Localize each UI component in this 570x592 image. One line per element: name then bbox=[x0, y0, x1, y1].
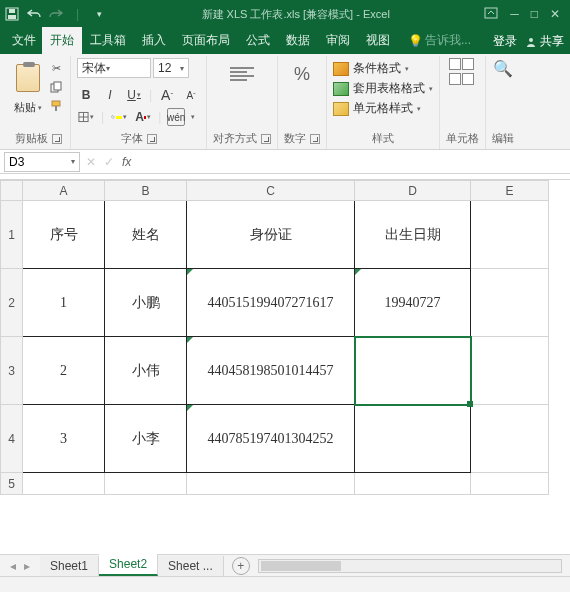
cell-D4[interactable] bbox=[355, 405, 471, 473]
cells-label[interactable]: 单元格 bbox=[446, 131, 479, 146]
enter-formula-icon[interactable]: ✓ bbox=[104, 155, 114, 169]
cell-B4[interactable]: 小李 bbox=[105, 405, 187, 473]
cell-E3[interactable] bbox=[471, 337, 549, 405]
undo-icon[interactable] bbox=[26, 6, 42, 22]
tab-review[interactable]: 审阅 bbox=[318, 27, 358, 54]
tab-data[interactable]: 数据 bbox=[278, 27, 318, 54]
share-button[interactable]: 共享 bbox=[525, 33, 564, 50]
cancel-formula-icon[interactable]: ✕ bbox=[86, 155, 96, 169]
col-header-C[interactable]: C bbox=[187, 181, 355, 201]
cell-A3[interactable]: 2 bbox=[23, 337, 105, 405]
cell-D3[interactable] bbox=[355, 337, 471, 405]
row-header-5[interactable]: 5 bbox=[1, 473, 23, 495]
select-all-corner[interactable] bbox=[1, 181, 23, 201]
tab-page-layout[interactable]: 页面布局 bbox=[174, 27, 238, 54]
cell-C4[interactable]: 440785197401304252 bbox=[187, 405, 355, 473]
sheet-prev-icon[interactable]: ◂ bbox=[10, 559, 16, 573]
paste-button[interactable] bbox=[12, 58, 44, 98]
font-size-combo[interactable]: 12▾ bbox=[153, 58, 189, 78]
shrink-font-button[interactable]: Aˇ bbox=[182, 86, 200, 104]
name-box[interactable]: D3▾ bbox=[4, 152, 80, 172]
minimize-icon[interactable]: ─ bbox=[510, 7, 519, 21]
row-header-2[interactable]: 2 bbox=[1, 269, 23, 337]
row-header-3[interactable]: 3 bbox=[1, 337, 23, 405]
cell-C1[interactable]: 身份证 bbox=[187, 201, 355, 269]
conditional-format-button[interactable]: 条件格式▾ bbox=[333, 60, 433, 77]
cell-E1[interactable] bbox=[471, 201, 549, 269]
font-launcher[interactable] bbox=[147, 134, 157, 144]
underline-button[interactable]: U▾ bbox=[125, 86, 143, 104]
cell-E2[interactable] bbox=[471, 269, 549, 337]
cell-E4[interactable] bbox=[471, 405, 549, 473]
cell-B5[interactable] bbox=[105, 473, 187, 495]
formula-input[interactable] bbox=[135, 152, 570, 172]
cells-icon[interactable] bbox=[449, 58, 477, 86]
cell-styles-button[interactable]: 单元格样式▾ bbox=[333, 100, 433, 117]
format-painter-icon[interactable] bbox=[48, 98, 64, 114]
col-header-B[interactable]: B bbox=[105, 181, 187, 201]
tell-me[interactable]: 💡告诉我... bbox=[400, 27, 479, 54]
save-icon[interactable] bbox=[4, 6, 20, 22]
italic-button[interactable]: I bbox=[101, 86, 119, 104]
worksheet-grid[interactable]: A B C D E 1 序号 姓名 身份证 出生日期 2 1 小鹏 440515… bbox=[0, 180, 570, 495]
tab-insert[interactable]: 插入 bbox=[134, 27, 174, 54]
qat-customize-icon[interactable]: ▾ bbox=[91, 6, 107, 22]
cell-A4[interactable]: 3 bbox=[23, 405, 105, 473]
align-launcher[interactable] bbox=[261, 134, 271, 144]
tab-toolbox[interactable]: 工具箱 bbox=[82, 27, 134, 54]
row-header-4[interactable]: 4 bbox=[1, 405, 23, 473]
row-header-1[interactable]: 1 bbox=[1, 201, 23, 269]
table-format-button[interactable]: 套用表格格式▾ bbox=[333, 80, 433, 97]
login-link[interactable]: 登录 bbox=[493, 33, 517, 50]
ribbon: 粘贴▾ ✂ 剪贴板 宋体▾ 12▾ B I U▾ | Aˆ bbox=[0, 54, 570, 150]
cell-C2[interactable]: 440515199407271617 bbox=[187, 269, 355, 337]
align-label[interactable]: 对齐方式 bbox=[213, 131, 257, 146]
cell-C5[interactable] bbox=[187, 473, 355, 495]
border-button[interactable]: ▾ bbox=[77, 108, 95, 126]
bold-button[interactable]: B bbox=[77, 86, 95, 104]
cell-A5[interactable] bbox=[23, 473, 105, 495]
fx-icon[interactable]: fx bbox=[122, 155, 131, 169]
cell-B3[interactable]: 小伟 bbox=[105, 337, 187, 405]
close-icon[interactable]: ✕ bbox=[550, 7, 560, 21]
cell-A2[interactable]: 1 bbox=[23, 269, 105, 337]
font-name-combo[interactable]: 宋体▾ bbox=[77, 58, 151, 78]
tab-home[interactable]: 开始 bbox=[42, 27, 82, 54]
cell-C3[interactable]: 440458198501014457 bbox=[187, 337, 355, 405]
tab-file[interactable]: 文件 bbox=[6, 27, 42, 54]
phonetic-button[interactable]: wén bbox=[167, 108, 185, 126]
cell-D5[interactable] bbox=[355, 473, 471, 495]
clipboard-launcher[interactable] bbox=[52, 134, 62, 144]
fill-color-button[interactable]: ▾ bbox=[110, 108, 128, 126]
redo-icon[interactable] bbox=[48, 6, 64, 22]
sheet-next-icon[interactable]: ▸ bbox=[24, 559, 30, 573]
cell-D2[interactable]: 19940727 bbox=[355, 269, 471, 337]
font-color-button[interactable]: A▾ bbox=[134, 108, 152, 126]
cell-A1[interactable]: 序号 bbox=[23, 201, 105, 269]
col-header-D[interactable]: D bbox=[355, 181, 471, 201]
number-launcher[interactable] bbox=[310, 134, 320, 144]
sheet-tab-3[interactable]: Sheet ... bbox=[158, 556, 224, 576]
grow-font-button[interactable]: Aˆ bbox=[158, 86, 176, 104]
cell-B2[interactable]: 小鹏 bbox=[105, 269, 187, 337]
number-icon[interactable]: % bbox=[286, 58, 318, 90]
cut-icon[interactable]: ✂ bbox=[48, 60, 64, 76]
ribbon-options-icon[interactable] bbox=[484, 7, 498, 21]
number-label[interactable]: 数字 bbox=[284, 131, 306, 146]
cell-B1[interactable]: 姓名 bbox=[105, 201, 187, 269]
sheet-tab-1[interactable]: Sheet1 bbox=[40, 556, 99, 576]
col-header-A[interactable]: A bbox=[23, 181, 105, 201]
tab-formulas[interactable]: 公式 bbox=[238, 27, 278, 54]
copy-icon[interactable] bbox=[48, 79, 64, 95]
editing-label[interactable]: 编辑 bbox=[492, 131, 514, 146]
alignment-icon[interactable] bbox=[226, 58, 258, 90]
tab-view[interactable]: 视图 bbox=[358, 27, 398, 54]
horizontal-scrollbar[interactable] bbox=[258, 559, 562, 573]
col-header-E[interactable]: E bbox=[471, 181, 549, 201]
find-icon[interactable]: 🔍 bbox=[493, 58, 513, 78]
cell-E5[interactable] bbox=[471, 473, 549, 495]
maximize-icon[interactable]: □ bbox=[531, 7, 538, 21]
add-sheet-button[interactable]: + bbox=[232, 557, 250, 575]
cell-D1[interactable]: 出生日期 bbox=[355, 201, 471, 269]
sheet-tab-2[interactable]: Sheet2 bbox=[99, 554, 158, 576]
